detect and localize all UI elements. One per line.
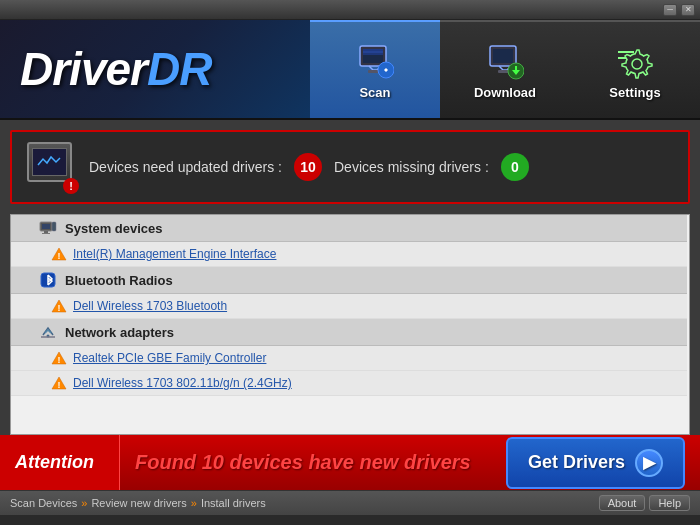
device-dell-wifi[interactable]: ! Dell Wireless 1703 802.11b/g/n (2.4GHz… xyxy=(11,371,687,396)
tab-download[interactable]: Download xyxy=(440,20,570,118)
title-bar: ─ ✕ xyxy=(0,0,700,20)
logo-area: DriverDR xyxy=(0,20,310,118)
svg-rect-15 xyxy=(42,224,50,229)
device-realtek[interactable]: ! Realtek PCIe GBE Family Controller xyxy=(11,346,687,371)
need-update-count: 10 xyxy=(294,153,322,181)
svg-text:!: ! xyxy=(58,355,61,365)
footer-review-drivers[interactable]: Review new drivers xyxy=(91,497,186,509)
device-intel-me[interactable]: ! Intel(R) Management Engine Interface xyxy=(11,242,687,267)
error-badge: ! xyxy=(63,178,79,194)
svg-rect-18 xyxy=(52,222,56,231)
network-icon xyxy=(39,323,57,341)
missing-label: Devices missing drivers : xyxy=(334,159,489,175)
scan-tab-icon xyxy=(355,41,395,81)
device-list[interactable]: System devices ! Intel(R) Management Eng… xyxy=(11,215,689,434)
need-update-label: Devices need updated drivers : xyxy=(89,159,282,175)
device-list-container: System devices ! Intel(R) Management Eng… xyxy=(10,214,690,435)
nav-tabs: Scan Download xyxy=(310,20,700,118)
category-system-label: System devices xyxy=(65,221,163,236)
status-icon-area: ! xyxy=(27,142,77,192)
svg-rect-4 xyxy=(363,53,383,55)
device-dell-bt-label: Dell Wireless 1703 Bluetooth xyxy=(73,299,227,313)
category-network-label: Network adapters xyxy=(65,325,174,340)
bottom-bar: Attention Found 10 devices have new driv… xyxy=(0,435,700,490)
svg-text:!: ! xyxy=(58,380,61,390)
missing-count: 0 xyxy=(501,153,529,181)
logo-main: Driver xyxy=(20,43,147,95)
svg-text:!: ! xyxy=(58,303,61,313)
svg-text:!: ! xyxy=(58,251,61,261)
footer-install-drivers[interactable]: Install drivers xyxy=(201,497,266,509)
logo-accent: DR xyxy=(147,43,211,95)
category-network: Network adapters xyxy=(11,319,687,346)
monitor-icon xyxy=(27,142,72,182)
logo: DriverDR xyxy=(20,42,211,96)
system-icon xyxy=(39,219,57,237)
footer-scan-devices[interactable]: Scan Devices xyxy=(10,497,77,509)
footer-right: About Help xyxy=(599,495,690,511)
settings-tab-icon xyxy=(615,41,655,81)
footer-chevron-1: » xyxy=(81,497,87,509)
footer: Scan Devices » Review new drivers » Inst… xyxy=(0,490,700,515)
attention-message: Found 10 devices have new drivers xyxy=(120,451,506,474)
device-realtek-label: Realtek PCIe GBE Family Controller xyxy=(73,351,266,365)
warning-icon-realtek: ! xyxy=(51,350,67,366)
download-tab-icon xyxy=(485,41,525,81)
main-content: ! Devices need updated drivers : 10 Devi… xyxy=(0,120,700,490)
tab-scan[interactable]: Scan xyxy=(310,20,440,118)
category-bluetooth: Bluetooth Radios xyxy=(11,267,687,294)
svg-point-11 xyxy=(632,59,642,69)
category-bluetooth-label: Bluetooth Radios xyxy=(65,273,173,288)
device-dell-wifi-label: Dell Wireless 1703 802.11b/g/n (2.4GHz) xyxy=(73,376,292,390)
footer-nav: Scan Devices » Review new drivers » Inst… xyxy=(10,497,266,509)
tab-settings[interactable]: Settings xyxy=(570,20,700,118)
status-bar: ! Devices need updated drivers : 10 Devi… xyxy=(10,130,690,204)
about-button[interactable]: About xyxy=(599,495,646,511)
svg-rect-2 xyxy=(363,49,383,51)
tab-download-label: Download xyxy=(474,85,536,100)
svg-rect-3 xyxy=(363,51,383,53)
bluetooth-icon xyxy=(39,271,57,289)
warning-icon-bt: ! xyxy=(51,298,67,314)
svg-rect-8 xyxy=(493,49,513,63)
attention-label: Attention xyxy=(0,435,120,490)
footer-chevron-2: » xyxy=(191,497,197,509)
get-drivers-button[interactable]: Get Drivers ▶ xyxy=(506,437,685,489)
tab-scan-label: Scan xyxy=(359,85,390,100)
close-button[interactable]: ✕ xyxy=(681,4,695,16)
arrow-icon: ▶ xyxy=(635,449,663,477)
device-dell-bt[interactable]: ! Dell Wireless 1703 Bluetooth xyxy=(11,294,687,319)
device-intel-me-label: Intel(R) Management Engine Interface xyxy=(73,247,276,261)
minimize-button[interactable]: ─ xyxy=(663,4,677,16)
warning-icon-intel: ! xyxy=(51,246,67,262)
header: DriverDR Scan xyxy=(0,20,700,120)
svg-rect-17 xyxy=(42,233,50,234)
svg-rect-16 xyxy=(44,231,48,233)
help-button[interactable]: Help xyxy=(649,495,690,511)
monitor-screen xyxy=(32,148,67,176)
get-drivers-label: Get Drivers xyxy=(528,452,625,473)
tab-settings-label: Settings xyxy=(609,85,660,100)
warning-icon-wifi: ! xyxy=(51,375,67,391)
category-system: System devices xyxy=(11,215,687,242)
